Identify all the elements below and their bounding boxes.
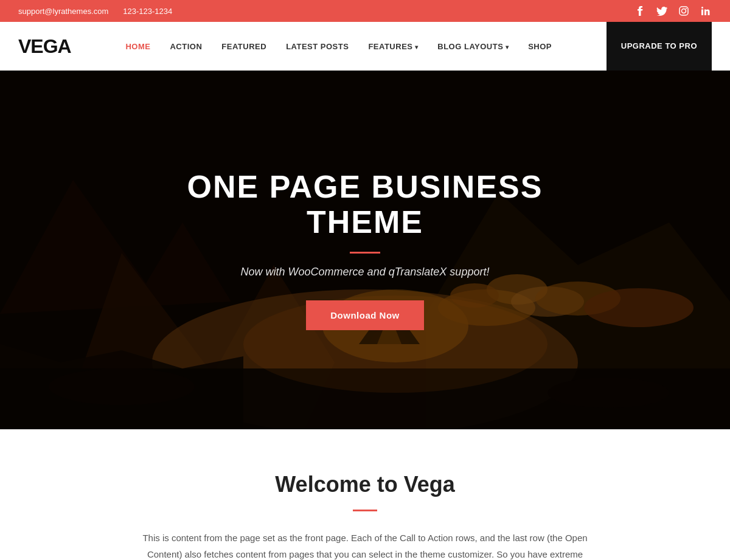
nav-item-home[interactable]: HOME <box>116 41 160 52</box>
upgrade-button[interactable]: UPGRADE TO PRO <box>607 22 712 71</box>
welcome-body: This is content from the page set as the… <box>134 530 596 560</box>
nav-link-featured[interactable]: FEATURED <box>212 42 276 51</box>
svg-point-1 <box>682 9 686 13</box>
linkedin-icon[interactable] <box>700 5 712 17</box>
hero-title: ONE PAGE BUSINESS THEME <box>134 170 596 239</box>
hero-divider <box>350 252 380 254</box>
hero-content: ONE PAGE BUSINESS THEME Now with WooComm… <box>122 170 608 330</box>
main-nav: HOME ACTION FEATURED LATEST POSTS FEATUR… <box>116 41 561 52</box>
nav-link-home[interactable]: HOME <box>116 42 160 51</box>
svg-rect-0 <box>680 7 688 15</box>
welcome-section: Welcome to Vega This is content from the… <box>0 429 730 560</box>
hero-section: ONE PAGE BUSINESS THEME Now with WooComm… <box>0 71 730 429</box>
nav-item-features[interactable]: FEATURES <box>358 41 428 52</box>
svg-point-4 <box>701 7 703 9</box>
welcome-title: Welcome to Vega <box>12 472 718 497</box>
nav-item-featured[interactable]: FEATURED <box>212 41 276 52</box>
nav-link-action[interactable]: ACTION <box>160 42 212 51</box>
nav-link-blog-layouts[interactable]: BLOG LAYOUTS <box>428 42 518 51</box>
top-bar: support@lyrathemes.com 123-123-1234 <box>0 0 730 22</box>
site-header: VEGA HOME ACTION FEATURED LATEST POSTS F… <box>0 22 730 71</box>
phone-text[interactable]: 123-123-1234 <box>123 7 172 16</box>
nav-item-shop[interactable]: SHOP <box>518 41 561 52</box>
download-button[interactable]: Download Now <box>306 300 424 330</box>
nav-link-latest-posts[interactable]: LATEST POSTS <box>276 42 358 51</box>
site-logo[interactable]: VEGA <box>18 35 71 58</box>
top-bar-contact: support@lyrathemes.com 123-123-1234 <box>18 7 172 16</box>
nav-link-shop[interactable]: SHOP <box>518 42 561 51</box>
nav-item-latest-posts[interactable]: LATEST POSTS <box>276 41 358 52</box>
nav-link-features[interactable]: FEATURES <box>358 42 428 51</box>
instagram-icon[interactable] <box>678 5 690 17</box>
top-bar-social <box>634 5 712 17</box>
nav-item-action[interactable]: ACTION <box>160 41 212 52</box>
email-text[interactable]: support@lyrathemes.com <box>18 7 108 16</box>
welcome-divider <box>353 510 377 511</box>
hero-subtitle: Now with WooCommerce and qTranslateX sup… <box>134 266 596 278</box>
facebook-icon[interactable] <box>634 5 646 17</box>
svg-point-2 <box>686 8 687 9</box>
twitter-icon[interactable] <box>656 5 668 17</box>
nav-item-blog-layouts[interactable]: BLOG LAYOUTS <box>428 41 518 52</box>
svg-rect-3 <box>701 10 703 16</box>
